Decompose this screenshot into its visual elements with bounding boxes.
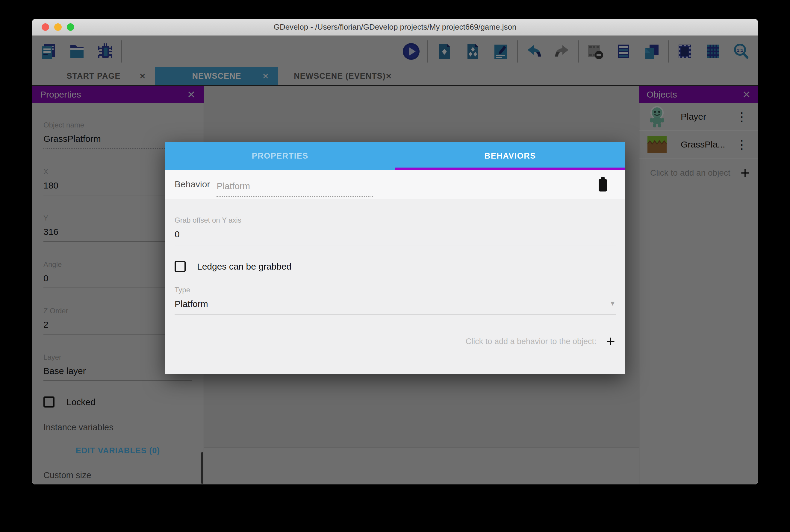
add-behavior-label: Click to add a behavior to the object: xyxy=(466,337,596,346)
type-label: Type xyxy=(174,286,616,294)
zoom-window-button[interactable] xyxy=(67,23,74,31)
grab-offset-field[interactable]: 0 xyxy=(174,229,616,245)
behavior-name-row: Behavior Platform xyxy=(165,170,625,199)
app-area: 1:1 START PAGE ✕ NEWSCENE ✕ NEWSCENE (EV… xyxy=(32,36,758,484)
active-tab-indicator xyxy=(395,168,626,170)
grab-offset-label: Grab offset on Y axis xyxy=(174,216,616,224)
type-select[interactable]: Platform xyxy=(174,299,616,315)
behavior-settings: Grab offset on Y axis 0 Ledges can be gr… xyxy=(165,216,625,374)
minimize-window-button[interactable] xyxy=(54,23,62,31)
plus-icon: + xyxy=(606,334,615,349)
add-behavior-button[interactable]: Click to add a behavior to the object: + xyxy=(174,334,616,349)
behavior-label: Behavior xyxy=(174,179,210,189)
dialog-tabs: PROPERTIES BEHAVIORS xyxy=(165,142,625,170)
ledges-label: Ledges can be grabbed xyxy=(197,262,291,272)
behavior-name-input[interactable]: Platform xyxy=(217,175,373,197)
tab-behaviors[interactable]: BEHAVIORS xyxy=(395,142,626,170)
tab-properties[interactable]: PROPERTIES xyxy=(165,142,395,170)
chevron-down-icon: ▾ xyxy=(611,299,614,308)
ledges-checkbox[interactable] xyxy=(174,261,186,272)
apply-button[interactable]: APPLY xyxy=(583,374,613,374)
traffic-lights xyxy=(42,23,74,31)
titlebar: GDevelop - /Users/florian/GDevelop proje… xyxy=(32,19,758,36)
object-editor-dialog: PROPERTIES BEHAVIORS Behavior Platform G… xyxy=(165,142,625,374)
delete-behavior-icon[interactable] xyxy=(597,177,608,191)
window-title: GDevelop - /Users/florian/GDevelop proje… xyxy=(32,22,758,32)
close-window-button[interactable] xyxy=(42,23,49,31)
gdevelop-window: GDevelop - /Users/florian/GDevelop proje… xyxy=(32,19,758,484)
